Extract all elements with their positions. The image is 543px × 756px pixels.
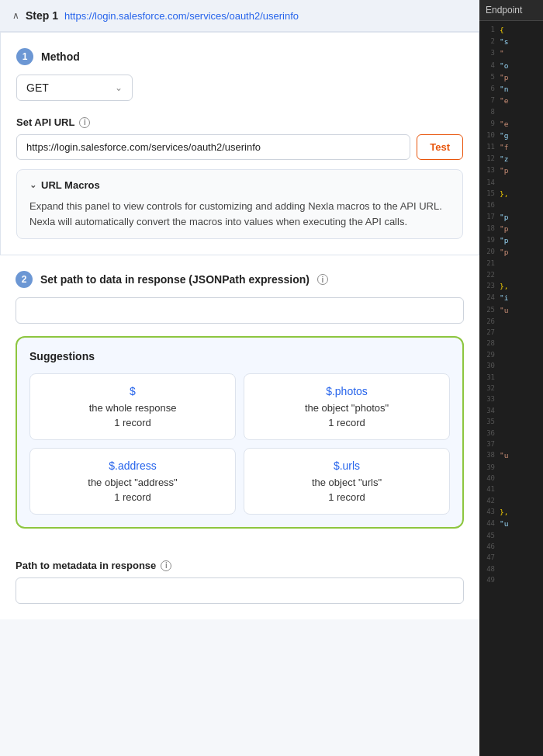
step-collapse-icon[interactable]: ∧: [12, 10, 19, 21]
suggestion-card-3[interactable]: $.urls the object "urls" 1 record: [244, 448, 450, 515]
section1-content: 1 Method GET ⌄ Set API URL i Test: [0, 32, 479, 255]
badge-2: 2: [16, 271, 33, 288]
suggestion-card-0[interactable]: $ the whole response 1 record: [29, 373, 236, 440]
step-url[interactable]: https://login.salesforce.com/services/oa…: [64, 10, 299, 22]
url-macros-chevron-icon: ⌄: [29, 180, 36, 190]
url-macros-description: Expand this panel to view controls for c…: [29, 199, 450, 229]
dropdown-chevron-icon: ⌄: [115, 82, 123, 93]
section2-wrapper: 2 Set path to data in response (JSONPath…: [0, 255, 479, 560]
url-input-row: Test: [16, 134, 463, 160]
suggestion-count-2: 1 record: [40, 491, 226, 503]
right-panel: Endpoint 1 { 2"s 3" 4"o 5"p 6"n 7"e 8 9"…: [479, 0, 543, 756]
method-dropdown[interactable]: GET ⌄: [16, 75, 133, 101]
suggestion-count-3: 1 record: [254, 491, 440, 503]
metadata-section: Path to metadata in response i: [0, 560, 479, 619]
url-macros-title: URL Macros: [41, 179, 100, 191]
suggestion-desc-0: the whole response: [40, 402, 226, 414]
suggestion-desc-1: the object "photos": [254, 402, 440, 414]
url-macros-box: ⌄ URL Macros Expand this panel to view c…: [16, 169, 463, 239]
suggestion-path-2: $.address: [40, 459, 226, 472]
suggestion-card-2[interactable]: $.address the object "address" 1 record: [29, 448, 236, 515]
suggestion-count-1: 1 record: [254, 417, 440, 428]
suggestion-path-3: $.urls: [254, 459, 440, 472]
api-url-label-text: Set API URL: [16, 116, 74, 128]
url-macros-header[interactable]: ⌄ URL Macros: [29, 179, 450, 191]
suggestion-path-1: $.photos: [254, 385, 440, 397]
jsonpath-label: Set path to data in response (JSONPath e…: [40, 273, 310, 286]
method-value: GET: [26, 81, 49, 94]
left-panel: ∧ Step 1 https://login.salesforce.com/se…: [0, 0, 479, 756]
metadata-info-icon[interactable]: i: [161, 560, 171, 571]
method-section: 1 Method GET ⌄: [16, 48, 463, 101]
suggestion-path-0: $: [40, 385, 226, 397]
suggestion-desc-3: the object "urls": [254, 477, 440, 488]
metadata-label: Path to metadata in response i: [16, 560, 464, 571]
step-title: Step 1: [26, 9, 58, 22]
suggestion-card-1[interactable]: $.photos the object "photos" 1 record: [244, 373, 450, 440]
suggestions-box: Suggestions $ the whole response 1 recor…: [16, 336, 464, 529]
jsonpath-info-icon[interactable]: i: [317, 274, 328, 285]
method-label: Method: [41, 50, 80, 63]
metadata-input[interactable]: [16, 577, 464, 604]
suggestion-count-0: 1 record: [40, 417, 226, 428]
api-url-label: Set API URL i: [16, 116, 463, 128]
suggestion-desc-2: the object "address": [40, 477, 226, 488]
metadata-label-text: Path to metadata in response: [16, 560, 156, 571]
suggestions-grid: $ the whole response 1 record $.photos t…: [29, 373, 450, 515]
code-area: 1 { 2"s 3" 4"o 5"p 6"n 7"e 8 9"e 10"g 11…: [479, 21, 543, 588]
method-section-header: 1 Method: [16, 48, 463, 65]
api-url-info-icon[interactable]: i: [79, 117, 90, 128]
code-line-1: 1 {: [479, 24, 543, 36]
step-header: ∧ Step 1 https://login.salesforce.com/se…: [0, 0, 479, 32]
api-url-input[interactable]: [16, 134, 410, 160]
endpoint-label: Endpoint: [479, 0, 543, 21]
badge-1: 1: [16, 48, 33, 65]
test-button[interactable]: Test: [417, 134, 463, 160]
jsonpath-input[interactable]: [16, 297, 464, 324]
main-container: ∧ Step 1 https://login.salesforce.com/se…: [0, 0, 543, 756]
suggestions-title: Suggestions: [29, 350, 450, 362]
section2-header: 2 Set path to data in response (JSONPath…: [16, 271, 464, 288]
